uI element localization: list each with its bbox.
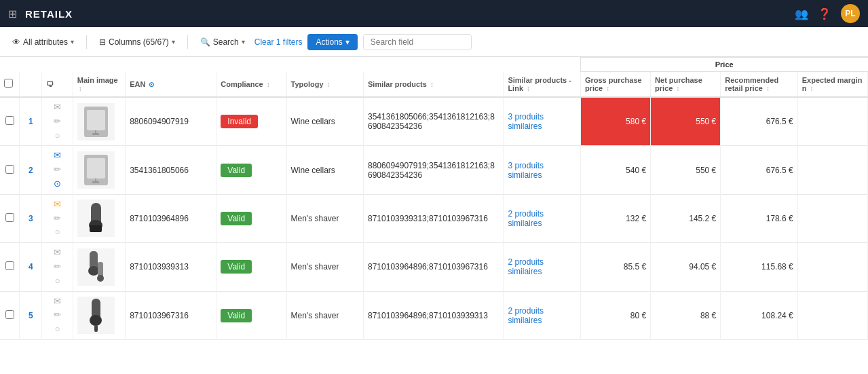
- col-header-similar[interactable]: Similar products ↕: [364, 72, 504, 98]
- email-icon[interactable]: ✉: [46, 149, 68, 163]
- expected-margin-cell: [797, 291, 867, 339]
- columns-button[interactable]: ⊟ Columns (65/67) ▾: [95, 35, 179, 50]
- row-number: 4: [20, 243, 42, 291]
- edit-icon[interactable]: ✏: [46, 163, 68, 177]
- filter-icon-ean[interactable]: ⊙: [149, 81, 154, 88]
- svg-point-12: [88, 266, 99, 276]
- col-header-net[interactable]: Net purchase price ↕: [651, 72, 721, 98]
- col-header-main-image[interactable]: Main image ↕: [73, 72, 125, 98]
- circle-icon[interactable]: ⊙: [46, 177, 68, 191]
- net-price-cell: 550 €: [651, 146, 721, 194]
- row-checkbox-cell[interactable]: [0, 291, 20, 339]
- avatar[interactable]: PL: [841, 4, 860, 23]
- expected-margin-cell: [797, 97, 867, 146]
- row-checkbox[interactable]: [5, 310, 14, 319]
- edit-icon[interactable]: ✏: [46, 212, 68, 226]
- email-icon[interactable]: ✉: [46, 246, 68, 260]
- row-icons-cell: ✉ ✏ ⊙: [42, 146, 73, 194]
- sort-icon-expected[interactable]: ↕: [810, 85, 814, 92]
- col-header-expected[interactable]: Expected margin n ↕: [797, 72, 867, 98]
- compliance-badge: Valid: [221, 260, 252, 274]
- product-table-container: Price 🗨 Main image ↕ EAN ⊙: [0, 57, 868, 374]
- similar-link-cell[interactable]: 2 produits similaires: [504, 243, 581, 291]
- circle-icon[interactable]: ○: [46, 274, 68, 288]
- recommended-price-cell: 108.24 €: [721, 291, 798, 339]
- sort-icon-similar[interactable]: ↕: [430, 81, 434, 88]
- email-icon[interactable]: ✉: [46, 198, 68, 212]
- circle-icon[interactable]: ○: [46, 225, 68, 240]
- grid-icon[interactable]: ⊞: [8, 7, 17, 20]
- sort-icon-gross[interactable]: ↕: [606, 85, 609, 92]
- row-icons-cell: ✉ ✏ ○: [42, 243, 73, 291]
- similar-link-cell[interactable]: 3 produits similaires: [504, 97, 581, 146]
- search-input[interactable]: [363, 34, 472, 50]
- row-checkbox-cell[interactable]: [0, 194, 20, 242]
- similar-products-link[interactable]: 3 produits similaires: [508, 161, 544, 180]
- edit-icon[interactable]: ✏: [46, 115, 68, 129]
- gross-price-cell: 132 €: [580, 194, 650, 242]
- search-button[interactable]: 🔍 Search ▾: [196, 35, 249, 50]
- top-navigation: ⊞ RETAILX 👥 ❓ PL: [0, 0, 868, 27]
- similar-products-link[interactable]: 2 produits similaires: [508, 257, 544, 276]
- svg-rect-3: [92, 133, 99, 135]
- svg-rect-1: [87, 110, 105, 130]
- similar-products-link[interactable]: 3 produits similaires: [508, 112, 544, 131]
- expected-margin-cell: [797, 243, 867, 291]
- row-number: 2: [20, 146, 42, 194]
- sort-icon-similar-link[interactable]: ↕: [527, 85, 530, 92]
- typology-cell: Wine cellars: [286, 97, 364, 146]
- col-header-compliance[interactable]: Compliance ↕: [216, 72, 286, 98]
- all-attributes-button[interactable]: 👁 All attributes ▾: [8, 35, 78, 50]
- sort-icon-typology[interactable]: ↕: [327, 81, 331, 88]
- edit-icon[interactable]: ✏: [46, 308, 68, 322]
- table-row: 5 ✉ ✏ ○ 8710103967316 Valid Men's shaver…: [0, 291, 868, 339]
- actions-button[interactable]: Actions ▾: [307, 34, 357, 50]
- circle-icon[interactable]: ○: [46, 129, 68, 143]
- sort-icon-compliance[interactable]: ↕: [267, 81, 270, 88]
- clear-filters-link[interactable]: Clear 1 filters: [254, 37, 303, 47]
- divider-2: [187, 35, 188, 49]
- row-checkbox-cell[interactable]: [0, 243, 20, 291]
- similar-products-link[interactable]: 2 produits similaires: [508, 209, 544, 228]
- similar-link-cell[interactable]: 2 produits similaires: [504, 194, 581, 242]
- email-icon[interactable]: ✉: [46, 295, 68, 309]
- row-checkbox[interactable]: [5, 165, 14, 174]
- similar-products-link[interactable]: 2 produits similaires: [508, 306, 544, 325]
- sort-icon-main-image[interactable]: ↕: [79, 85, 82, 92]
- typology-cell: Wine cellars: [286, 146, 364, 194]
- ean-cell: 8710103964896: [126, 194, 216, 242]
- compliance-cell: Valid: [216, 194, 286, 242]
- email-icon[interactable]: ✉: [46, 100, 68, 115]
- row-checkbox[interactable]: [5, 213, 14, 222]
- gross-price-cell: 580 €: [580, 97, 650, 146]
- similar-products-cell: 3541361805066;3541361812163;869084235423…: [364, 97, 504, 146]
- row-checkbox-cell[interactable]: [0, 146, 20, 194]
- people-icon[interactable]: 👥: [795, 7, 808, 20]
- product-image-cell: [73, 291, 125, 339]
- row-checkbox-cell[interactable]: [0, 97, 20, 146]
- col-header-gross[interactable]: Gross purchase price ↕: [580, 72, 650, 98]
- col-header-typology[interactable]: Typology ↕: [286, 72, 364, 98]
- circle-icon[interactable]: ○: [46, 322, 68, 337]
- sort-icon-net[interactable]: ↕: [676, 85, 679, 92]
- edit-icon[interactable]: ✏: [46, 260, 68, 274]
- col-header-recommended[interactable]: Recommended retail price ↕: [721, 72, 798, 98]
- col-header-ean[interactable]: EAN ⊙: [126, 72, 216, 98]
- expected-margin-cell: [797, 194, 867, 242]
- similar-link-cell[interactable]: 3 produits similaires: [504, 146, 581, 194]
- product-table: Price 🗨 Main image ↕ EAN ⊙: [0, 57, 868, 340]
- col-header-similar-link[interactable]: Similar products - Link ↕: [504, 72, 581, 98]
- typology-cell: Men's shaver: [286, 291, 364, 339]
- compliance-badge: Invalid: [221, 115, 258, 128]
- select-all-checkbox[interactable]: [4, 79, 13, 88]
- help-icon[interactable]: ❓: [818, 7, 831, 20]
- search-icon: 🔍: [200, 37, 210, 47]
- ean-cell: 8710103967316: [126, 291, 216, 339]
- sort-icon-recommended[interactable]: ↕: [766, 85, 770, 92]
- svg-rect-7: [92, 181, 99, 183]
- similar-link-cell[interactable]: 2 produits similaires: [504, 291, 581, 339]
- svg-rect-5: [87, 158, 105, 179]
- row-checkbox[interactable]: [5, 261, 14, 270]
- row-checkbox[interactable]: [5, 116, 14, 125]
- eye-icon: 👁: [12, 37, 20, 47]
